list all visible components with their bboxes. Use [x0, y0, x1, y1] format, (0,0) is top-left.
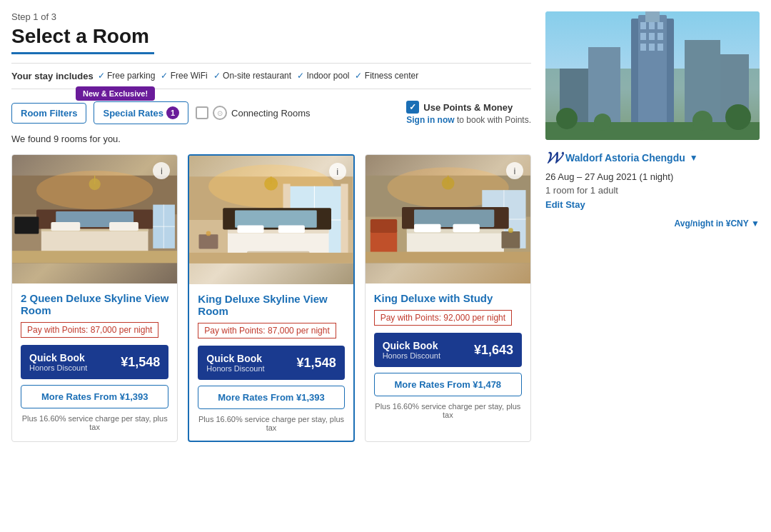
svg-rect-27 — [235, 211, 317, 228]
amenity-fitness: Fitness center — [355, 71, 418, 81]
svg-rect-23 — [341, 184, 348, 254]
room-name-1: 2 Queen Deluxe Skyline View Room — [21, 292, 168, 316]
svg-rect-9 — [14, 217, 39, 234]
svg-rect-52 — [501, 231, 520, 249]
use-points-checkbox[interactable]: ✓ — [406, 101, 419, 114]
svg-rect-33 — [199, 234, 218, 249]
info-icon-3[interactable]: i — [506, 162, 523, 179]
more-rates-1[interactable]: More Rates From ¥1,393 — [21, 385, 168, 408]
hotel-dropdown-arrow[interactable]: ▼ — [690, 153, 698, 163]
qb-sub-3: Honors Discount — [383, 351, 440, 360]
svg-rect-59 — [645, 11, 660, 22]
amenity-parking: Free parking — [98, 71, 156, 81]
svg-rect-65 — [657, 33, 663, 40]
more-rates-3[interactable]: More Rates From ¥1,478 — [374, 373, 522, 396]
svg-rect-15 — [12, 251, 177, 263]
connecting-rooms-checkbox[interactable] — [196, 106, 208, 119]
filters-row: Room Filters Special Rates 1 ⊙ Connectin… — [11, 101, 531, 125]
hotel-name-row: 𝓦 Waldorf Astoria Chengdu ▼ — [545, 149, 760, 167]
avg-night: Avg/night in ¥CNY ▼ — [545, 219, 760, 229]
room-filters-button[interactable]: Room Filters — [11, 103, 86, 124]
avg-night-dropdown[interactable]: ▼ — [751, 219, 760, 229]
quick-book-3[interactable]: Quick Book Honors Discount ¥1,643 — [374, 333, 522, 367]
qb-price-2: ¥1,548 — [297, 356, 336, 371]
amenity-restaurant: On-site restaurant — [213, 71, 291, 81]
svg-rect-29 — [278, 225, 305, 233]
svg-rect-28 — [238, 225, 264, 233]
svg-rect-61 — [649, 22, 655, 29]
svg-rect-42 — [370, 229, 396, 256]
stay-dates: 26 Aug – 27 Aug 2021 (1 night) — [545, 171, 760, 182]
connecting-rooms-toggle[interactable]: ⊙ Connecting Rooms — [196, 106, 311, 120]
special-rates-badge: 1 — [166, 106, 179, 119]
avg-night-currency[interactable]: ¥CNY — [726, 219, 749, 229]
svg-rect-66 — [640, 44, 646, 51]
sidebar: 𝓦 Waldorf Astoria Chengdu ▼ 26 Aug – 27 … — [545, 11, 760, 442]
connecting-rooms-icon: ⊙ — [213, 106, 227, 120]
svg-rect-67 — [649, 44, 655, 51]
svg-point-74 — [556, 108, 578, 129]
special-rates-button[interactable]: Special Rates 1 — [94, 101, 188, 124]
svg-rect-43 — [370, 219, 396, 233]
use-points-sub: Sign in now to book with Points. — [406, 115, 531, 125]
qb-sub-1: Honors Discount — [29, 363, 87, 372]
hotel-image — [545, 11, 760, 140]
service-charge-2: Plus 16.60% service charge per stay, plu… — [198, 415, 344, 432]
svg-rect-48 — [414, 224, 440, 233]
connecting-rooms-label: Connecting Rooms — [231, 108, 311, 119]
edit-stay-link[interactable]: Edit Stay — [545, 199, 585, 210]
page-title: Select a Room — [11, 25, 531, 48]
room-body-2: King Deluxe Skyline View Room Pay with P… — [189, 284, 353, 441]
svg-point-76 — [594, 114, 611, 131]
new-exclusive-badge: New & Exclusive! — [76, 86, 155, 101]
svg-rect-63 — [640, 33, 646, 40]
room-body-1: 2 Queen Deluxe Skyline View Room Pay wit… — [12, 283, 177, 440]
quick-book-2[interactable]: Quick Book Honors Discount ¥1,548 — [198, 346, 344, 380]
svg-rect-49 — [453, 224, 479, 233]
room-card-2: i King Deluxe Skyline View Room Pay with… — [188, 154, 354, 442]
room-image-2: i — [189, 156, 353, 284]
amenity-wifi: Free WiFi — [161, 71, 207, 81]
service-charge-1: Plus 16.60% service charge per stay, plu… — [21, 414, 168, 431]
results-count: We found 9 rooms for you. — [11, 134, 531, 144]
use-points-sub-text: to book with Points. — [457, 115, 531, 125]
points-badge-3: Pay with Points: 92,000 per night — [374, 310, 512, 326]
special-rates-wrapper: Special Rates 1 — [94, 101, 188, 124]
amenities-list: Free parking Free WiFi On-site restauran… — [98, 71, 419, 81]
svg-rect-73 — [545, 122, 760, 140]
title-underline — [11, 52, 154, 54]
qb-sub-2: Honors Discount — [206, 364, 264, 373]
svg-rect-68 — [657, 44, 663, 51]
rooms-grid: i 2 Queen Deluxe Skyline View Room Pay w… — [11, 154, 531, 442]
qb-left-1: Quick Book Honors Discount — [29, 352, 87, 372]
qb-price-1: ¥1,548 — [121, 355, 160, 370]
sign-in-link[interactable]: Sign in now — [406, 115, 454, 125]
svg-rect-8 — [109, 222, 138, 231]
use-points-text: Use Points & Money — [423, 102, 513, 113]
stay-includes: Your stay includes Free parking Free WiF… — [11, 63, 531, 89]
svg-point-34 — [206, 231, 211, 236]
use-points-container: ✓ Use Points & Money Sign in now to book… — [406, 101, 531, 125]
info-icon-2[interactable]: i — [329, 163, 346, 180]
room-image-1: i — [12, 155, 177, 283]
qb-title-1: Quick Book — [29, 352, 87, 363]
step-label: Step 1 of 3 — [11, 11, 531, 22]
use-points-label-row: ✓ Use Points & Money — [406, 101, 531, 114]
qb-title-3: Quick Book — [383, 340, 440, 351]
hotel-logo: 𝓦 — [545, 149, 561, 167]
main-content: Step 1 of 3 Select a Room Your stay incl… — [11, 11, 531, 442]
room-card-1: i 2 Queen Deluxe Skyline View Room Pay w… — [11, 154, 178, 442]
room-card-3: i King Deluxe with Study Pay with Points… — [365, 154, 531, 442]
special-rates-label: Special Rates — [103, 108, 163, 119]
points-badge-1: Pay with Points: 87,000 per night — [21, 322, 158, 338]
room-name-3: King Deluxe with Study — [374, 292, 522, 304]
svg-rect-7 — [51, 222, 80, 231]
qb-left-3: Quick Book Honors Discount — [383, 340, 440, 360]
room-info: 1 room for 1 adult — [545, 185, 760, 196]
more-rates-2[interactable]: More Rates From ¥1,393 — [198, 386, 344, 409]
qb-left-2: Quick Book Honors Discount — [206, 353, 264, 373]
quick-book-1[interactable]: Quick Book Honors Discount ¥1,548 — [21, 345, 168, 379]
amenity-pool: Indoor pool — [297, 71, 349, 81]
qb-title-2: Quick Book — [206, 353, 264, 364]
svg-rect-60 — [640, 22, 646, 29]
